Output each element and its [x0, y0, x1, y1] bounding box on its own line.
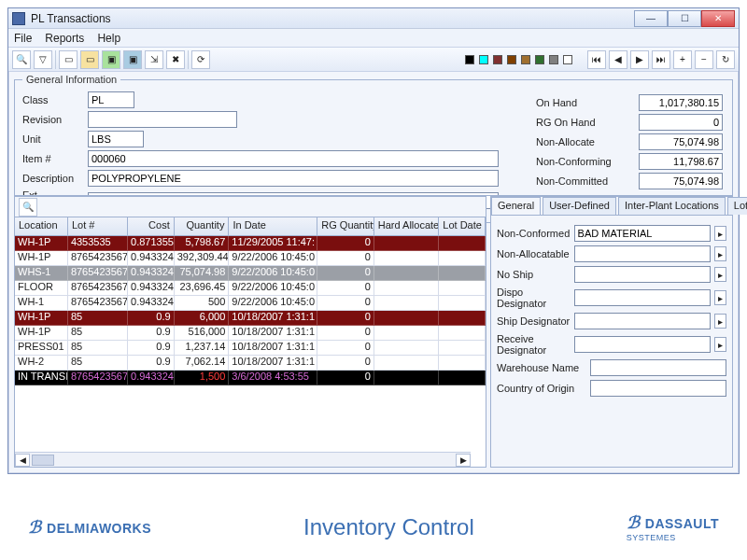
nav-last-icon[interactable]: ⏭	[652, 50, 670, 69]
noship-field[interactable]	[574, 266, 711, 283]
table-cell: 9/22/2006 10:45:0	[229, 266, 317, 281]
color-swatch[interactable]	[507, 55, 516, 64]
table-cell: 9/22/2006 10:45:0	[229, 281, 317, 296]
color-swatch[interactable]	[549, 55, 558, 64]
col-indate[interactable]: In Date	[229, 217, 317, 235]
col-lotdate[interactable]: Lot Date	[439, 217, 486, 235]
table-row[interactable]: IN TRANSIT87654235670.9433241,5003/6/200…	[15, 371, 486, 385]
col-rgqty[interactable]: RG Quantity	[317, 217, 374, 235]
col-lot[interactable]: Lot #	[68, 217, 128, 235]
description-label: Description	[22, 173, 82, 184]
table-row[interactable]: WH-1P87654235670.943324392,309.449/22/20…	[15, 251, 486, 266]
table-cell: 85	[68, 326, 128, 341]
lookup-icon[interactable]: ▸	[714, 290, 726, 305]
table-row[interactable]: WH-187654235670.9433245009/22/2006 10:45…	[15, 296, 486, 311]
lookup-icon[interactable]: ▸	[714, 314, 726, 329]
table-row[interactable]: FLOOR87654235670.94332423,696.459/22/200…	[15, 281, 486, 296]
color-swatch[interactable]	[479, 55, 488, 64]
item-label: Item #	[22, 153, 82, 164]
add-row-icon[interactable]: +	[673, 50, 692, 69]
table-cell: 0.943324	[128, 251, 175, 266]
image-edit-icon[interactable]: ▣	[123, 50, 142, 69]
lookup-icon[interactable]: ▸	[714, 267, 726, 282]
table-cell: 0.943324	[128, 281, 175, 296]
table-cell	[374, 296, 440, 311]
color-swatch[interactable]	[563, 55, 572, 64]
table-cell	[439, 326, 486, 341]
export-icon[interactable]: ⇲	[145, 50, 163, 69]
col-quantity[interactable]: Quantity	[175, 217, 230, 235]
color-swatch[interactable]	[521, 55, 530, 64]
nav-next-icon[interactable]: ▶	[630, 50, 649, 69]
menu-help[interactable]: Help	[97, 32, 120, 45]
country-field[interactable]	[590, 380, 726, 397]
image-add-icon[interactable]: ▣	[102, 50, 120, 69]
title-bar[interactable]: PL Transactions — ☐ ✕	[8, 8, 739, 29]
table-cell: 1,500	[175, 371, 230, 385]
col-cost[interactable]: Cost	[128, 217, 175, 235]
table-cell	[374, 326, 440, 341]
recvdesig-field[interactable]	[574, 336, 711, 353]
color-swatch[interactable]	[493, 55, 502, 64]
dispo-field[interactable]	[574, 289, 711, 306]
maximize-button[interactable]: ☐	[668, 10, 701, 27]
scroll-right-icon[interactable]: ▶	[456, 454, 471, 467]
minimize-button[interactable]: —	[634, 10, 668, 27]
delete-icon[interactable]: ✖	[166, 50, 185, 69]
revision-field[interactable]	[88, 111, 237, 128]
lookup-icon[interactable]: ▸	[714, 246, 726, 261]
tab-general[interactable]: General	[491, 197, 541, 215]
lookup-icon[interactable]: ▸	[714, 226, 726, 241]
warehouse-field[interactable]	[590, 359, 726, 376]
table-cell	[439, 281, 486, 296]
table-row[interactable]: WHS-187654235670.94332475,074.989/22/200…	[15, 266, 486, 281]
close-button[interactable]: ✕	[701, 10, 735, 27]
on-hand-value	[639, 94, 723, 111]
unit-field[interactable]	[88, 131, 144, 147]
item-field[interactable]	[88, 150, 499, 167]
tab-lotcontrol[interactable]: Lot Control	[727, 197, 747, 215]
table-cell: WHS-1	[15, 266, 68, 281]
shipdesig-field[interactable]	[574, 313, 711, 329]
table-cell: 10/18/2007 1:31:1	[229, 341, 317, 356]
scroll-thumb[interactable]	[32, 455, 54, 466]
grid-body[interactable]: WH-1P43535350.8713555,798.6711/29/2005 1…	[15, 236, 486, 385]
grid-search-icon[interactable]: 🔍	[19, 198, 37, 217]
horizontal-scrollbar[interactable]: ◀ ▶	[15, 452, 471, 467]
table-row[interactable]: PRESS01850.91,237.1410/18/2007 1:31:10	[15, 341, 486, 356]
nav-prev-icon[interactable]: ◀	[609, 50, 627, 69]
col-hardalloc[interactable]: Hard Allocated	[374, 217, 440, 235]
detail-panel: General User-Defined Inter-Plant Locatio…	[490, 196, 733, 468]
tab-interplant[interactable]: Inter-Plant Locations	[618, 197, 726, 215]
inventory-grid[interactable]: 🔍 Location Lot # Cost Quantity In Date R…	[14, 196, 486, 468]
table-row[interactable]: WH-1P43535350.8713555,798.6711/29/2005 1…	[15, 236, 486, 251]
table-cell: 0.9	[128, 356, 175, 371]
nonconformed-field[interactable]	[574, 225, 711, 242]
col-location[interactable]: Location	[15, 217, 68, 235]
scroll-left-icon[interactable]: ◀	[15, 454, 30, 467]
new-doc-icon[interactable]: ▭	[59, 50, 78, 69]
color-swatch[interactable]	[535, 55, 544, 64]
menu-reports[interactable]: Reports	[45, 32, 84, 45]
shipdesig-label: Ship Designator	[497, 315, 571, 327]
lookup-icon[interactable]: ▸	[714, 337, 726, 352]
class-field[interactable]	[88, 91, 134, 108]
filter-icon[interactable]: ▽	[34, 50, 52, 69]
refresh-icon[interactable]: ↻	[716, 50, 735, 69]
tab-userdefined[interactable]: User-Defined	[543, 197, 616, 215]
nonallocatable-field[interactable]	[574, 245, 711, 262]
sync-icon[interactable]: ⟳	[191, 50, 210, 69]
nav-first-icon[interactable]: ⏮	[587, 50, 606, 69]
table-cell: 0	[317, 251, 374, 266]
search-icon[interactable]: 🔍	[12, 50, 31, 69]
description-field[interactable]	[88, 170, 499, 187]
table-row[interactable]: WH-1P850.9516,00010/18/2007 1:31:10	[15, 326, 486, 341]
folder-icon[interactable]: ▭	[80, 50, 99, 69]
color-swatch[interactable]	[465, 55, 474, 64]
nonallocatable-label: Non-Allocatable	[497, 248, 571, 259]
table-row[interactable]: WH-1P850.96,00010/18/2007 1:31:10	[15, 311, 486, 326]
table-cell: PRESS01	[15, 341, 68, 356]
remove-row-icon[interactable]: −	[695, 50, 713, 69]
table-row[interactable]: WH-2850.97,062.1410/18/2007 1:31:10	[15, 356, 486, 371]
menu-file[interactable]: File	[14, 32, 32, 45]
